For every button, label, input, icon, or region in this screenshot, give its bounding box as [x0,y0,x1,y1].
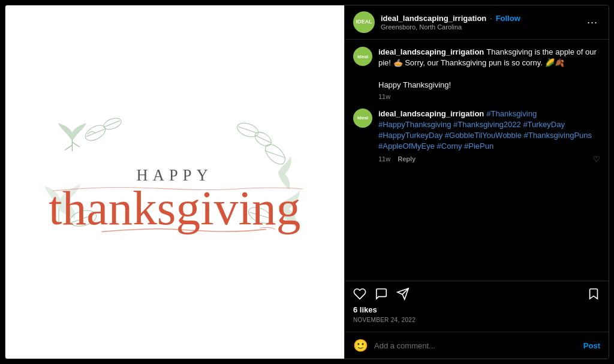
follow-button[interactable]: Follow [496,14,520,23]
comment-username[interactable]: ideal_landscaping_irrigation [378,109,484,118]
share-button[interactable] [396,287,410,300]
svg-line-8 [239,127,257,133]
post-right: ideal ideal_landscaping_irrigation · Fol… [344,5,609,359]
svg-line-2 [73,142,80,147]
post-comment-button[interactable]: Post [583,341,600,350]
comment-content: ideal_landscaping_irrigationThanksgiving… [378,47,600,100]
reply-button[interactable]: Reply [398,155,416,163]
post-image: HAPPY thanksgiving [5,5,344,359]
comment-button[interactable] [375,287,388,300]
thanks-text: thanksgiving [49,181,300,236]
avatar-text: ideal [356,19,372,25]
thanksgiving-art: HAPPY thanksgiving [5,5,344,359]
comment-text: ideal_landscaping_irrigationThanksgiving… [378,47,600,91]
actions-bar: 6 likes NOVEMBER 24, 2022 [345,281,609,332]
avatar: ideal [353,11,375,33]
comment-item: ideal ideal_landscaping_irrigationThanks… [353,47,600,100]
comment-avatar-text: ideal [357,54,368,59]
likes-count: 6 likes [353,305,600,314]
comment-time: 11w [378,93,390,100]
share-icon [396,287,410,300]
comment-icon [375,287,388,300]
comment-username[interactable]: ideal_landscaping_irrigation [378,47,484,56]
comment-time-2: 11w [378,155,390,163]
emoji-icon: 🙂 [353,339,368,352]
comment-hashtags-text: ideal_landscaping_irrigation#Thanksgivin… [378,109,600,152]
bookmark-button[interactable] [587,287,600,300]
header-username[interactable]: ideal_landscaping_irrigation [381,14,486,23]
comment-content: ideal_landscaping_irrigation#Thanksgivin… [378,109,600,164]
header-top: ideal_landscaping_irrigation · Follow [381,14,579,23]
more-options-button[interactable]: ··· [585,16,600,29]
svg-line-12 [265,151,286,158]
post-date: NOVEMBER 24, 2022 [353,317,600,323]
comment-avatar: ideal [353,47,372,66]
more-icon: ··· [587,16,598,28]
comment-avatar-text: ideal [357,115,368,121]
dot-separator: · [490,14,492,23]
action-icons [353,287,600,300]
add-comment-bar: 🙂 Post [345,332,609,359]
comment-meta: 11w Reply ♡ [378,155,600,164]
comment-item: ideal ideal_landscaping_irrigation#Thank… [353,109,600,164]
header-info: ideal_landscaping_irrigation · Follow Gr… [381,14,579,31]
location-text: Greensboro, North Carolina [381,23,579,31]
like-button[interactable] [353,287,366,300]
comment-avatar: ideal [353,109,372,128]
heart-icon[interactable]: ♡ [593,155,600,164]
comments-section: ideal ideal_landscaping_irrigationThanks… [345,40,609,281]
heart-icon [353,287,366,300]
emoji-button[interactable]: 🙂 [353,338,368,353]
bookmark-icon [587,287,600,300]
comment-meta: 11w [378,93,600,100]
svg-line-1 [65,145,72,150]
post-container: HAPPY thanksgiving ideal ideal_landscapi… [5,5,609,359]
comment-input[interactable] [374,341,577,350]
post-header: ideal ideal_landscaping_irrigation · Fol… [345,5,609,40]
